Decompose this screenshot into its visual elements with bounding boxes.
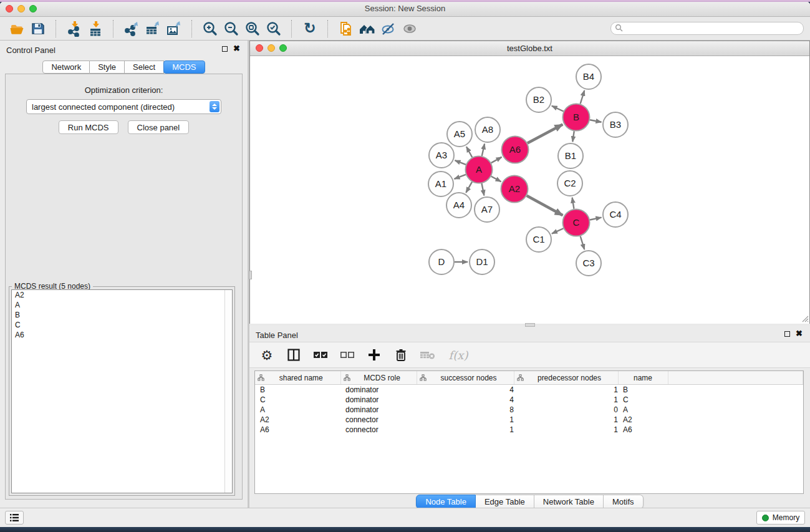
graph-edge-C-C4[interactable] (590, 218, 601, 220)
table-cell[interactable]: 1 (417, 425, 514, 435)
import-table-button[interactable] (85, 19, 106, 38)
resize-grip-icon[interactable] (801, 314, 809, 322)
graph-edge-A6-B[interactable] (528, 124, 562, 143)
hide-graphics-details-button[interactable] (378, 19, 399, 38)
table-cell[interactable]: A2 (618, 415, 668, 425)
select-all-button[interactable] (312, 346, 329, 364)
tab-style[interactable]: Style (90, 60, 125, 74)
close-panel-button[interactable]: Close panel (128, 120, 190, 134)
column-header-predecessor-nodes[interactable]: predecessor nodes (514, 371, 618, 385)
table-cell[interactable]: dominator (340, 405, 417, 415)
graph-node-A6[interactable]: A6 (502, 137, 529, 163)
graph-edge-A2-C[interactable] (527, 196, 563, 215)
graph-node-A3[interactable]: A3 (429, 143, 454, 168)
graph-edge-A-A2[interactable] (491, 177, 501, 182)
optimization-criterion-select[interactable]: largest connected component (directed) (26, 99, 221, 114)
graph-node-B1[interactable]: B1 (558, 143, 583, 168)
graph-edge-A-A5[interactable] (466, 147, 472, 157)
import-network-button[interactable] (64, 19, 85, 38)
graph-node-C1[interactable]: C1 (526, 227, 551, 252)
zoom-in-button[interactable] (200, 19, 221, 38)
open-file-button[interactable] (6, 19, 27, 38)
tab-network-table[interactable]: Network Table (534, 495, 604, 509)
duplicate-network-button[interactable] (335, 19, 357, 38)
graph-node-A5[interactable]: A5 (447, 122, 472, 147)
graph-edge-A-A8[interactable] (482, 143, 485, 156)
table-cell[interactable]: 1 (514, 395, 618, 405)
graph-node-B2[interactable]: B2 (526, 87, 551, 112)
result-scrollbar[interactable] (224, 290, 232, 493)
search-input[interactable] (610, 22, 804, 35)
close-panel-icon[interactable]: ✖ (796, 330, 803, 337)
delete-table-button[interactable] (419, 346, 436, 364)
network-window-titlebar[interactable]: testGlobe.txt (250, 41, 809, 56)
graph-node-C[interactable]: C (563, 210, 590, 236)
graph-node-D1[interactable]: D1 (470, 249, 494, 274)
table-cell[interactable]: 4 (417, 385, 514, 395)
graph-edge-A-A3[interactable] (455, 160, 466, 165)
tab-node-table[interactable]: Node Table (416, 495, 476, 509)
table-cell[interactable]: dominator (340, 395, 417, 405)
table-cell[interactable]: 1 (417, 415, 514, 425)
graph-node-A8[interactable]: A8 (475, 117, 500, 142)
table-cell[interactable]: 8 (417, 405, 514, 415)
table-cell[interactable]: B (255, 385, 340, 395)
table-cell[interactable]: A6 (618, 425, 668, 435)
result-item[interactable]: B (12, 310, 232, 320)
unselect-all-button[interactable] (339, 346, 356, 364)
column-header-mcds-role[interactable]: MCDS role (340, 371, 417, 385)
tab-edge-table[interactable]: Edge Table (476, 495, 534, 509)
save-session-button[interactable] (27, 19, 49, 38)
table-row[interactable]: Bdominator41B (255, 385, 803, 395)
show-graphics-details-button[interactable] (399, 19, 420, 38)
graph-node-A1[interactable]: A1 (428, 172, 453, 196)
table-cell[interactable]: connector (340, 415, 417, 425)
table-cell[interactable]: A2 (255, 415, 340, 425)
mcds-result-list[interactable]: A2ABCA6 (11, 289, 233, 493)
tab-network[interactable]: Network (42, 60, 90, 74)
table-cell[interactable]: C (618, 395, 668, 405)
graph-node-A7[interactable]: A7 (475, 197, 499, 222)
show-panels-list-button[interactable] (5, 511, 24, 525)
result-item[interactable]: A2 (12, 290, 232, 300)
table-cell[interactable]: 1 (514, 425, 618, 435)
network-canvas[interactable]: B4B2BB3B1A5A8A6A3AA1A2A4A7C2CC4C1C3DD1 (250, 56, 809, 324)
table-row[interactable]: A2connector11A2 (255, 415, 803, 425)
close-panel-icon[interactable]: ✖ (233, 45, 240, 52)
graph-node-A2[interactable]: A2 (501, 176, 528, 203)
zoom-fit-button[interactable] (242, 19, 263, 38)
table-cell[interactable]: A (255, 405, 340, 415)
zoom-selected-button[interactable] (263, 19, 284, 38)
graph-edge-B-B2[interactable] (552, 106, 564, 112)
splitter-handle[interactable] (249, 271, 252, 279)
table-cell[interactable]: 1 (514, 385, 618, 395)
refresh-button[interactable]: ↻ (299, 19, 321, 38)
add-row-button[interactable] (365, 346, 383, 364)
column-header-shared-name[interactable]: shared name (255, 371, 340, 385)
tab-motifs[interactable]: Motifs (604, 495, 644, 509)
table-cell[interactable]: 4 (417, 395, 514, 405)
graph-node-C2[interactable]: C2 (557, 171, 582, 196)
table-cell[interactable]: 1 (514, 415, 618, 425)
table-row[interactable]: Cdominator41C (255, 395, 803, 405)
graph-node-C3[interactable]: C3 (576, 251, 601, 276)
column-header-successor-nodes[interactable]: successor nodes (417, 371, 514, 385)
graph-edge-B-B1[interactable] (572, 131, 574, 142)
graph-edge-B-B3[interactable] (590, 120, 601, 122)
network-graph[interactable]: B4B2BB3B1A5A8A6A3AA1A2A4A7C2CC4C1C3DD1 (250, 56, 808, 324)
export-table-button[interactable] (142, 19, 163, 38)
graph-edge-A-A6[interactable] (491, 157, 502, 163)
float-panel-icon[interactable] (784, 331, 790, 337)
graph-edge-A-A7[interactable] (481, 183, 484, 195)
float-panel-icon[interactable] (222, 46, 228, 52)
delete-row-button[interactable] (392, 346, 410, 364)
zoom-out-button[interactable] (221, 19, 242, 38)
export-network-button[interactable] (121, 19, 142, 38)
table-cell[interactable]: C (255, 395, 340, 405)
table-row[interactable]: A6connector11A6 (255, 425, 803, 435)
column-header-name[interactable]: name (618, 371, 668, 385)
table-options-button[interactable]: ⚙ (258, 346, 276, 364)
graph-node-B4[interactable]: B4 (576, 64, 601, 89)
table-cell[interactable]: dominator (340, 385, 417, 395)
function-builder-button[interactable]: f(x) (446, 346, 471, 364)
